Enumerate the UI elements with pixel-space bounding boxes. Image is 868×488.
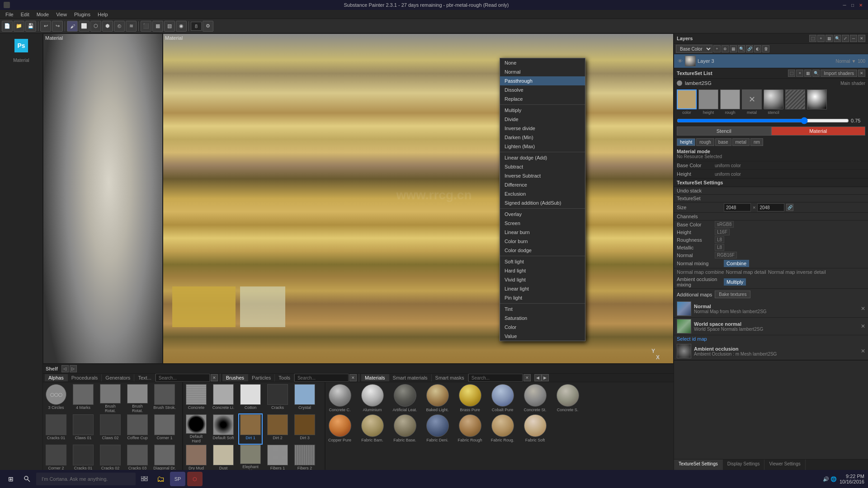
layers-btn1[interactable]: ⬚ (809, 35, 816, 42)
tex-noisy[interactable] (785, 89, 805, 115)
menu-mode[interactable]: Mode (33, 11, 53, 18)
import-shaders-button[interactable]: Import shaders (821, 70, 857, 77)
blend-replace[interactable]: Replace (500, 94, 585, 103)
blend-lineardodge[interactable]: Linear dodge (Add) (500, 153, 585, 162)
alpha-claws02[interactable]: Claws 02 (99, 414, 122, 444)
taskbar-other-app[interactable]: ⬡ (187, 472, 203, 486)
blend-normal[interactable]: Normal (500, 67, 585, 76)
blend-tint[interactable]: Tint (500, 305, 585, 314)
alpha-4marks[interactable]: 4 Marks (72, 384, 94, 413)
brush-dirt3[interactable]: Dirt 3 (293, 414, 316, 444)
tex-stencil[interactable]: stencil (764, 89, 783, 115)
brush-cotton[interactable]: Cotton (239, 384, 262, 413)
blend-softlight[interactable]: Soft light (500, 257, 585, 266)
taskbar-sp-app[interactable]: SP (170, 472, 185, 486)
tab-tools[interactable]: Tools (275, 374, 294, 381)
taskbar-task-view[interactable] (137, 472, 152, 486)
ch-tab-metal[interactable]: metal (732, 138, 750, 146)
alpha-cracks01b[interactable]: Cracks 01 (72, 445, 94, 470)
taskbar-explorer[interactable]: 🗂 (154, 472, 168, 486)
ch-tab-rough[interactable]: rough (696, 138, 714, 146)
brush-fibers1[interactable]: Fibers 1 (266, 445, 289, 470)
mat-fabricroug[interactable]: Fabric Roug. (490, 414, 515, 444)
blend-multiply[interactable]: Multiply (500, 106, 585, 115)
alphas-search[interactable] (156, 374, 210, 382)
tool-redo[interactable]: ↪ (52, 21, 63, 32)
brush-drymud[interactable]: Dry Mud (185, 445, 208, 470)
menu-view[interactable]: View (52, 11, 71, 18)
viewport-3d-left[interactable]: Material X Z (43, 33, 163, 364)
tool-split-view[interactable]: ▧ (164, 21, 175, 32)
tool-new[interactable]: 📄 (2, 21, 13, 32)
tex-rough[interactable]: rough (720, 89, 740, 115)
tab-generators[interactable]: Generators (102, 374, 134, 381)
tool-save[interactable]: 💾 (25, 21, 36, 32)
mat-fabricdeni[interactable]: Fabric Deni. (425, 414, 450, 444)
mat-concretec[interactable]: Concrete C. (327, 384, 352, 413)
blend-exclusion[interactable]: Exclusion (500, 189, 585, 198)
tool-undo[interactable]: ↩ (40, 21, 51, 32)
tab-smart-mats[interactable]: Smart materials (389, 374, 432, 381)
maximize-button[interactable]: □ (849, 1, 856, 9)
tab-alphas[interactable]: Alphas (45, 374, 68, 381)
tab-procedurals[interactable]: Procedurals (68, 374, 102, 381)
channel-select[interactable]: Base Color Height Roughness Metallic Nor… (676, 45, 712, 53)
tex-color[interactable]: color (677, 89, 697, 115)
blend-linearburn[interactable]: Linear burn (500, 228, 585, 237)
tab-brushes[interactable]: Brushes (222, 374, 248, 381)
size-input2[interactable] (757, 203, 784, 211)
size-input[interactable] (724, 203, 751, 211)
material-mode-btn[interactable]: Material (771, 127, 866, 136)
blend-color[interactable]: Color (500, 323, 585, 332)
tex-height[interactable]: height (698, 89, 718, 115)
blend-linearlight[interactable]: Linear light (500, 284, 585, 293)
layer-add-fill[interactable]: ▦ (730, 45, 737, 52)
mat-bakedlight[interactable]: Baked Light. (425, 384, 450, 413)
shelf-close-alphas[interactable]: ✕ (211, 374, 218, 381)
blend-screen[interactable]: Screen (500, 219, 585, 228)
blend-saturation[interactable]: Saturation (500, 314, 585, 323)
layer-add[interactable]: + (713, 45, 721, 52)
tool-clone[interactable]: © (114, 21, 125, 32)
mat-copperpure[interactable]: Copper Pure (327, 414, 352, 444)
alpha-claws01[interactable]: Claws 01 (72, 414, 94, 444)
blend-subtract[interactable]: Subtract (500, 162, 585, 171)
opacity-slider[interactable] (677, 117, 849, 124)
alpha-corner2[interactable]: Corner 2 (45, 445, 67, 470)
brush-concrete[interactable]: Concrete (185, 384, 208, 413)
mat-concretest[interactable]: Concrete St. (523, 384, 547, 413)
tsl-btn1[interactable]: ⬚ (788, 70, 795, 77)
mat-artificialleather[interactable]: Artificial Leat. (392, 384, 417, 413)
brush-dirt2[interactable]: Dirt 2 (266, 414, 289, 444)
layer-item-3[interactable]: 👁 Layer 3 Normal ▼ 100 (674, 54, 868, 68)
blend-none[interactable]: None (500, 58, 585, 67)
mat-concretes[interactable]: Concrete S. (555, 384, 580, 413)
blend-dissolve[interactable]: Dissolve (500, 85, 585, 94)
blend-pinlight[interactable]: Pin light (500, 293, 585, 302)
blend-lighten[interactable]: Lighten (Max) (500, 142, 585, 151)
brush-fibers2[interactable]: Fibers 2 (293, 445, 316, 470)
alpha-corner1[interactable]: Corner 1 (153, 414, 176, 444)
ch-tab-height[interactable]: height (677, 138, 695, 146)
mat-cobaltpure[interactable]: Cobalt Pure (490, 384, 515, 413)
blend-hardlight[interactable]: Hard light (500, 266, 585, 275)
bake-textures-button[interactable]: Bake textures (715, 291, 750, 298)
alpha-3circles[interactable]: ◯◯◯ 3 Circles (45, 384, 67, 413)
normal-mixing-value[interactable]: Combine (724, 260, 749, 267)
ao-mixing-value[interactable]: Multiply (724, 278, 746, 286)
start-button[interactable]: ⊞ (4, 472, 18, 486)
alpha-cracks02[interactable]: Cracks 02 (99, 445, 122, 470)
brush-elephantskin[interactable]: Elephant Skin (239, 445, 262, 470)
tex-bwsphere[interactable] (807, 89, 827, 115)
blend-passthrough[interactable]: Passthrough (500, 76, 585, 85)
alpha-diagonaldirt[interactable]: Diagonal Dr. (153, 445, 176, 470)
tsl-name[interactable]: lambert2SG (685, 80, 712, 86)
mat-brasspure[interactable]: Brass Pure (458, 384, 482, 413)
normalmap-close[interactable]: ✕ (861, 305, 865, 312)
mat-fabricsoft[interactable]: Fabric Soft (523, 414, 547, 444)
brush-defaultsoft[interactable]: Default Soft (212, 414, 235, 444)
tool-env[interactable]: ◉ (176, 21, 187, 32)
close-button[interactable]: ✕ (857, 1, 864, 9)
brush-crystal[interactable]: Crystal (293, 384, 316, 413)
tab-text[interactable]: Text... (134, 374, 155, 381)
